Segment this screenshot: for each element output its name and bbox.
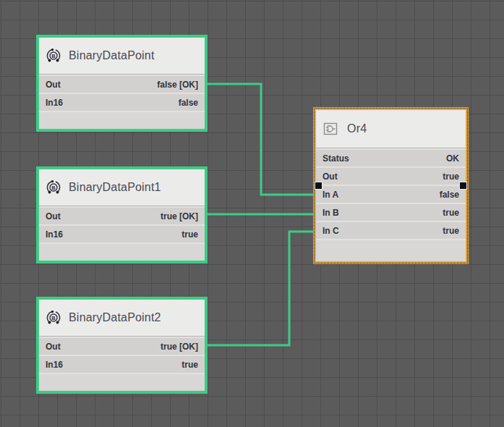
block-title: Or4: [347, 122, 367, 135]
slot-label: Out: [46, 80, 61, 90]
svg-text:B: B: [51, 185, 56, 191]
selection-handle-right[interactable]: [459, 182, 467, 190]
slot-row-out[interactable]: Out false [OK]: [39, 76, 205, 93]
slot-row-in-c[interactable]: In C true: [316, 222, 466, 239]
slot-value: true: [443, 208, 459, 218]
slot-value: false: [179, 98, 198, 108]
slot-label: In B: [323, 208, 339, 218]
wire-link[interactable]: [208, 232, 313, 345]
wiresheet-canvas[interactable]: B BinaryDataPoint Out false [OK] In16 fa…: [0, 0, 504, 427]
slot-label: Out: [46, 211, 61, 221]
svg-text:B: B: [51, 315, 56, 321]
slot-row-in16[interactable]: In16 true: [39, 226, 205, 242]
slot-value: OK: [446, 153, 459, 164]
slot-row-out[interactable]: Out true [OK]: [39, 338, 205, 355]
slot-row-status[interactable]: Status OK: [316, 150, 466, 166]
slot-value: true [OK]: [161, 342, 198, 352]
slot-value: false [OK]: [157, 80, 198, 90]
binary-point-icon: B: [46, 48, 61, 64]
slot-label: In A: [323, 190, 338, 200]
function-block-binary-data-point-1[interactable]: B BinaryDataPoint1 Out true [OK] In16 tr…: [36, 166, 208, 263]
block-title: BinaryDataPoint: [69, 49, 155, 62]
block-header[interactable]: B BinaryDataPoint: [39, 38, 205, 75]
wire-link[interactable]: [208, 84, 313, 195]
slot-label: Out: [323, 172, 338, 182]
slot-value: false: [440, 190, 459, 200]
function-block-binary-data-point-2[interactable]: B BinaryDataPoint2 Out true [OK] In16 tr…: [36, 297, 208, 394]
slot-value: true: [181, 229, 198, 240]
slot-row-out[interactable]: Out true [OK]: [39, 208, 205, 224]
slot-row-in16[interactable]: In16 true: [39, 356, 205, 373]
slot-value: true: [443, 172, 459, 182]
slot-row-in-a[interactable]: In A false: [316, 186, 466, 203]
binary-point-icon: B: [46, 179, 61, 195]
slot-label: In16: [46, 98, 63, 108]
binary-point-icon: B: [46, 310, 61, 326]
slot-row-out[interactable]: Out true: [316, 168, 466, 185]
block-header[interactable]: B BinaryDataPoint2: [39, 300, 205, 337]
slot-label: In16: [46, 360, 63, 370]
slot-row-empty: [316, 240, 466, 261]
slot-row-in16[interactable]: In16 false: [39, 94, 205, 111]
logic-gate-icon: [323, 121, 340, 137]
slot-value: true: [181, 360, 198, 370]
function-block-binary-data-point[interactable]: B BinaryDataPoint Out false [OK] In16 fa…: [36, 35, 208, 132]
function-block-or4[interactable]: Or4 Status OK Out true In A false In B t…: [313, 107, 469, 264]
block-header[interactable]: Or4: [316, 110, 466, 148]
slot-row-empty: [39, 244, 205, 261]
block-header[interactable]: B BinaryDataPoint1: [39, 169, 205, 206]
slot-label: Out: [46, 342, 61, 352]
slot-label: In16: [46, 229, 63, 240]
slot-value: true [OK]: [161, 211, 198, 221]
selection-handle-left[interactable]: [315, 182, 323, 190]
slot-row-in-b[interactable]: In B true: [316, 204, 466, 221]
slot-label: Status: [323, 153, 349, 164]
slot-value: true: [443, 226, 459, 236]
svg-text:B: B: [51, 53, 56, 59]
slot-row-empty: [39, 112, 205, 129]
block-title: BinaryDataPoint1: [69, 181, 161, 194]
block-title: BinaryDataPoint2: [69, 311, 161, 324]
slot-label: In C: [323, 226, 339, 236]
slot-row-empty: [39, 374, 205, 391]
